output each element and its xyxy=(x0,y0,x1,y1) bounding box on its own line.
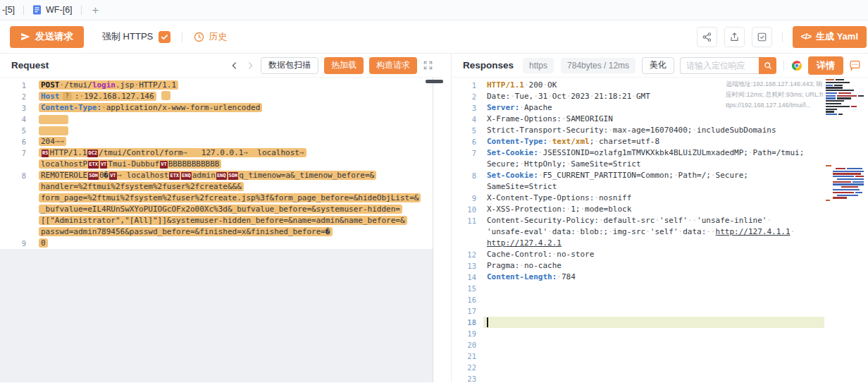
response-line[interactable]: 6Content-Type:·text/xml;·charset=utf-8 xyxy=(452,136,868,147)
selection-highlight: passwd=admin789456&passwd_before=&finish… xyxy=(39,227,333,236)
request-line[interactable]: 3Content-Type:·application/x-www-form-ur… xyxy=(0,102,440,114)
tab-wf-5[interactable]: -[5] xyxy=(0,0,23,20)
paper-plane-icon xyxy=(20,32,30,42)
search-input[interactable] xyxy=(680,57,759,74)
response-line[interactable]: SameSite=Strict xyxy=(452,181,868,193)
fullscreen-icon[interactable] xyxy=(423,60,433,71)
history-label: 历史 xyxy=(209,30,227,43)
code-token: ENQ xyxy=(181,172,192,180)
request-line[interactable]: 2Host?:·192.168.127.146 xyxy=(0,91,440,102)
response-line[interactable]: 7Set-Cookie:·JSESSIONID=ozlafg1mTMVKXkbk… xyxy=(452,147,868,159)
splitter-handle[interactable] xyxy=(426,80,443,83)
code-token: localhostP xyxy=(41,159,87,169)
code-line-content: RSHTTP/1.1DC2/tmui/Control/form→ 127.0.0… xyxy=(41,147,306,159)
response-line[interactable]: 4X-Frame-Options:·SAMEORIGIN xyxy=(452,114,868,125)
request-line[interactable]: 7RSHTTP/1.1DC2/tmui/Control/form→ 127.0.… xyxy=(0,147,440,159)
request-line[interactable]: 4 xyxy=(0,114,440,125)
response-line[interactable]: 22 xyxy=(452,362,868,373)
code-line-content: Content-Security-Policy:·default-src·'se… xyxy=(483,215,771,226)
response-line[interactable]: 20 xyxy=(452,339,868,351)
force-https-checkbox[interactable] xyxy=(159,31,170,43)
code-line-content xyxy=(483,317,824,328)
minimap-line xyxy=(826,97,867,99)
share-button[interactable] xyxy=(697,27,717,47)
response-line[interactable]: 5Strict-Transport-Security:·max-age=1607… xyxy=(452,125,868,136)
response-line[interactable]: 19 xyxy=(452,328,868,339)
response-line[interactable]: http://127.4.2.1 xyxy=(452,238,868,249)
response-editor[interactable]: 远端地址:192.168.127.146:443; 响 应时间:12ms; 总耗… xyxy=(452,78,868,382)
request-line[interactable]: handler=%2ftmui%2fsystem%2fuser%2fcreate… xyxy=(0,181,440,193)
request-line[interactable]: 90 xyxy=(0,238,440,249)
send-request-button[interactable]: 发送请求 xyxy=(10,26,84,48)
edit-button[interactable] xyxy=(752,27,772,47)
hot-reload-button[interactable]: 热加载 xyxy=(324,57,364,74)
request-line[interactable]: 5 xyxy=(0,125,440,136)
response-line[interactable]: 11Content-Security-Policy:·default-src·'… xyxy=(452,215,868,226)
response-line[interactable]: 23 xyxy=(452,373,868,382)
construct-request-button[interactable]: 构造请求 xyxy=(369,57,417,74)
request-line[interactable]: _bufvalue=eIL4RUnSwXYoPUIOGcOFx2o00Xc%3d… xyxy=(0,204,440,215)
add-tab-button[interactable]: + xyxy=(82,4,110,16)
code-token: localhost xyxy=(257,148,299,157)
response-line[interactable]: 13Pragma:·no-cache xyxy=(452,260,868,272)
response-line[interactable]: 9X-Content-Type-Options:·nosniff xyxy=(452,193,868,204)
code-line-content xyxy=(483,305,487,317)
chrome-icon[interactable] xyxy=(791,60,802,71)
response-line[interactable]: 12Cache-Control:·no-store xyxy=(452,249,868,260)
response-line[interactable]: 14Content-Length:·784 xyxy=(452,272,868,283)
chevron-right-icon[interactable] xyxy=(245,61,255,71)
response-line[interactable]: 16 xyxy=(452,294,868,305)
line-number xyxy=(452,181,476,193)
code-token: · xyxy=(631,92,636,101)
editor-empty-area xyxy=(0,249,433,382)
request-line[interactable]: [["Administrator","[All]"]]&systemuser-h… xyxy=(0,215,440,226)
generate-yaml-button[interactable]: </> 生成 Yaml xyxy=(793,26,867,48)
request-line[interactable]: 8REMOTEROLESOH0�VT→ localhostETXENQadmin… xyxy=(0,170,440,181)
code-line-content: [["Administrator","[All]"]]&systemuser-h… xyxy=(41,215,407,226)
packet-scan-button[interactable]: 数据包扫描 xyxy=(261,57,318,74)
search-button[interactable] xyxy=(759,57,776,74)
code-token: X-Content-Type-Options: xyxy=(487,193,594,202)
request-line[interactable]: 6204→→ xyxy=(0,136,440,147)
code-token: http://127.4.1.1 xyxy=(716,227,790,236)
comment-icon[interactable] xyxy=(849,59,861,71)
code-token: .jsp xyxy=(116,80,135,90)
details-button[interactable]: 详情 xyxy=(808,56,843,75)
response-line[interactable]: 17 xyxy=(452,305,868,317)
code-token: · xyxy=(524,80,529,90)
code-token: · xyxy=(767,216,771,225)
request-line[interactable]: form_page=%2ftmui%2fsystem%2fuser%2fcrea… xyxy=(0,193,440,204)
history-button[interactable]: 历史 xyxy=(194,30,227,43)
code-token: HTTP/1.1 xyxy=(487,80,524,90)
line-number: 11 xyxy=(452,215,476,226)
request-line[interactable]: localhostPETXVTTmui-DubbufVTBBBBBBBBBBB xyxy=(0,159,440,170)
code-token: Date: xyxy=(487,92,510,101)
code-token: Strict-Transport-Security: xyxy=(487,126,608,135)
code-token: Server: xyxy=(487,103,519,112)
minimap-line xyxy=(826,87,867,88)
tab-wf-6[interactable]: WF-[6] xyxy=(24,0,81,20)
export-button[interactable] xyxy=(724,27,745,47)
response-line[interactable]: 10X-XSS-Protection:·1;·mode=block xyxy=(452,204,868,215)
code-token: /tmui/ xyxy=(64,80,92,90)
request-line[interactable]: passwd=admin789456&passwd_before=&finish… xyxy=(0,226,440,238)
response-line[interactable]: Secure;·HttpOnly;·SameSite=Strict xyxy=(452,159,868,170)
code-token: · xyxy=(674,171,678,180)
response-line[interactable]: 21 xyxy=(452,351,868,362)
code-token: Secure; xyxy=(487,159,519,169)
response-line[interactable]: 18 xyxy=(452,317,868,328)
response-line[interactable]: 'unsafe-eval'·data:·blob:;·img-src·'self… xyxy=(452,226,868,238)
line-number: 9 xyxy=(452,193,476,204)
minimap-line xyxy=(826,189,867,190)
beautify-button[interactable]: 美化 xyxy=(642,57,674,74)
code-line-content: X-Frame-Options:·SAMEORIGIN xyxy=(483,114,613,125)
force-https-label: 强制 HTTPS xyxy=(102,30,153,43)
request-editor[interactable]: 1POST·/tmui/login.jsp·HTTP/1.12Host?:·19… xyxy=(0,78,440,382)
request-line[interactable]: 1POST·/tmui/login.jsp·HTTP/1.1 xyxy=(0,80,440,91)
minimap[interactable] xyxy=(826,165,867,202)
minimap[interactable] xyxy=(826,79,867,116)
chevron-left-icon[interactable] xyxy=(230,61,240,71)
response-header-actions: 美化 详情 xyxy=(642,56,861,75)
response-line[interactable]: 8Set-Cookie:·F5_CURRENT_PARTITION=Common… xyxy=(452,170,868,181)
response-line[interactable]: 15 xyxy=(452,283,868,294)
